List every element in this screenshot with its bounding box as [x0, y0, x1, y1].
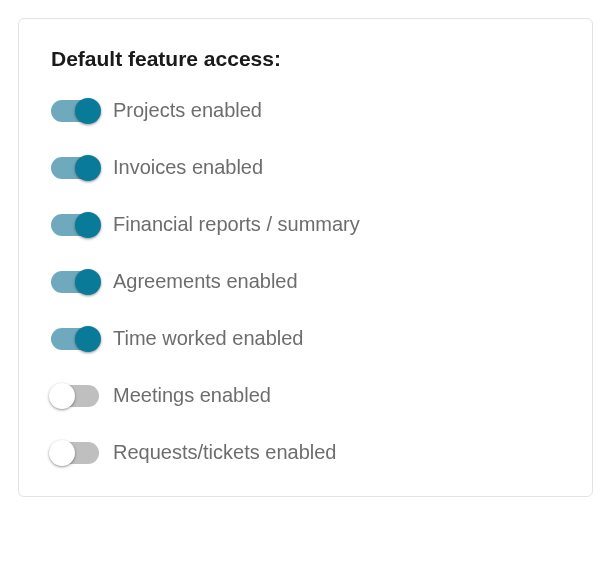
toggle-knob: [75, 326, 101, 352]
toggle-row-projects: Projects enabled: [51, 99, 560, 122]
toggle-agreements[interactable]: [51, 271, 99, 293]
toggle-row-agreements: Agreements enabled: [51, 270, 560, 293]
toggle-projects[interactable]: [51, 100, 99, 122]
toggle-requests[interactable]: [51, 442, 99, 464]
toggle-row-requests: Requests/tickets enabled: [51, 441, 560, 464]
toggle-knob: [49, 440, 75, 466]
toggle-knob: [49, 383, 75, 409]
toggle-label-meetings: Meetings enabled: [113, 384, 271, 407]
toggle-label-requests: Requests/tickets enabled: [113, 441, 336, 464]
toggle-time[interactable]: [51, 328, 99, 350]
toggle-knob: [75, 212, 101, 238]
toggle-knob: [75, 155, 101, 181]
toggle-label-financial: Financial reports / summary: [113, 213, 360, 236]
toggle-label-time: Time worked enabled: [113, 327, 303, 350]
toggle-row-financial: Financial reports / summary: [51, 213, 560, 236]
toggle-knob: [75, 269, 101, 295]
toggle-row-time: Time worked enabled: [51, 327, 560, 350]
toggle-invoices[interactable]: [51, 157, 99, 179]
toggle-label-projects: Projects enabled: [113, 99, 262, 122]
toggle-knob: [75, 98, 101, 124]
toggle-financial[interactable]: [51, 214, 99, 236]
panel-title: Default feature access:: [51, 47, 560, 71]
feature-access-panel: Default feature access: Projects enabled…: [18, 18, 593, 497]
toggle-label-invoices: Invoices enabled: [113, 156, 263, 179]
toggle-meetings[interactable]: [51, 385, 99, 407]
toggle-label-agreements: Agreements enabled: [113, 270, 298, 293]
toggle-row-meetings: Meetings enabled: [51, 384, 560, 407]
toggle-row-invoices: Invoices enabled: [51, 156, 560, 179]
